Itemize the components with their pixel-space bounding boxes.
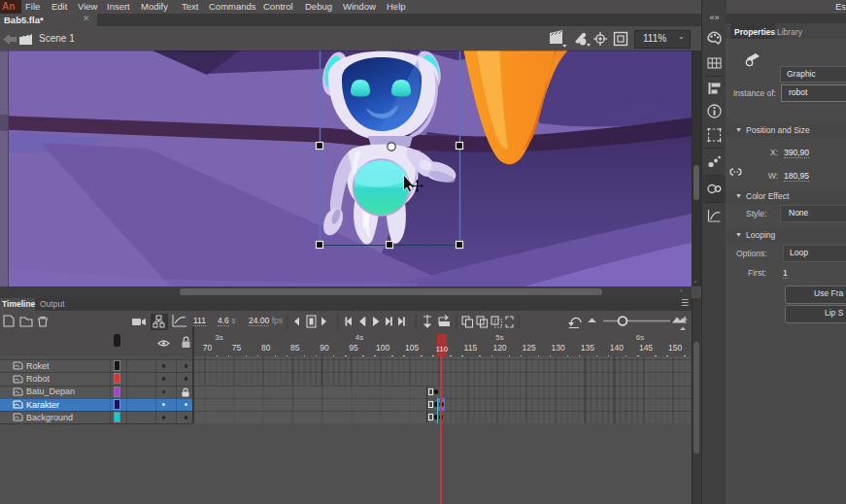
svg-text:«»: «»: [709, 13, 719, 22]
